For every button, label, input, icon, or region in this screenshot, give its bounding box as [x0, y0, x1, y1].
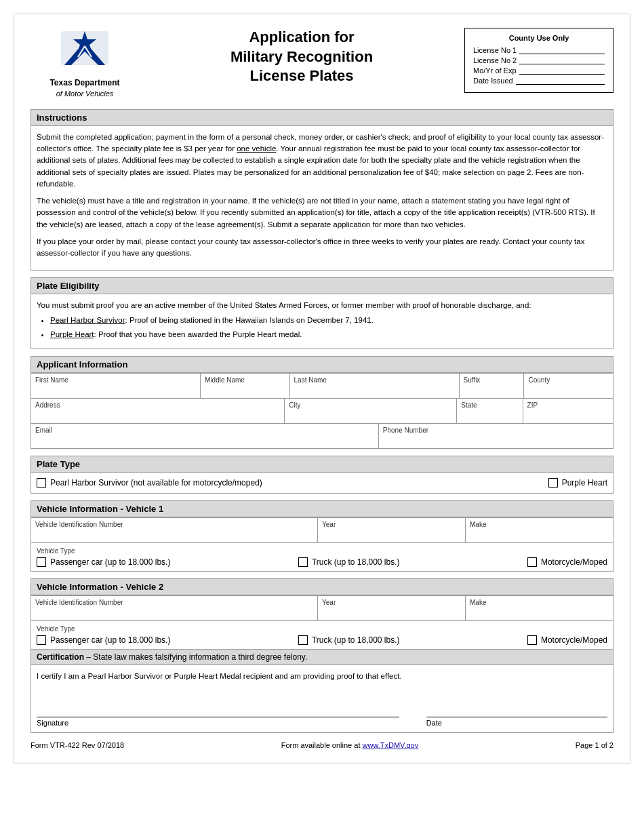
- txdmv-link[interactable]: www.TxDMV.gov: [363, 741, 419, 749]
- instructions-para3: If you place your order by mail, please …: [37, 236, 607, 260]
- license-no-2-field: License No 2: [473, 56, 605, 64]
- vehicle2-motorcycle[interactable]: Motorcycle/Moped: [527, 635, 607, 645]
- instructions-content: Submit the completed application; paymen…: [31, 126, 613, 271]
- suffix-label: Suffix: [464, 376, 520, 384]
- plate-type-header: Plate Type: [31, 456, 613, 473]
- vehicle2-truck[interactable]: Truck (up to 18,000 lbs.): [298, 635, 400, 645]
- county-box-title: County Use Only: [473, 34, 605, 42]
- vehicle2-make-label: Make: [470, 599, 609, 606]
- instructions-para2: The vehicle(s) must have a title and reg…: [37, 195, 607, 231]
- purple-heart-checkbox[interactable]: [548, 478, 558, 488]
- v1-passenger-checkbox[interactable]: [37, 557, 46, 567]
- page-container: Texas Department of Motor Vehicles Appli…: [14, 14, 630, 763]
- pearl-harbor-checkbox[interactable]: [37, 478, 46, 488]
- purple-heart-label: Purple Heart: [50, 330, 94, 338]
- vehicle2-passenger-car[interactable]: Passenger car (up to 18,000 lbs.): [37, 635, 170, 645]
- eligibility-item-purple-heart: Purple Heart: Proof that you have been a…: [50, 329, 607, 340]
- instructions-section: Instructions Submit the completed applic…: [31, 109, 613, 271]
- signature-label: Signature: [37, 719, 399, 727]
- title-area: Application for Military Recognition Lic…: [139, 28, 464, 86]
- date-field: Date: [426, 704, 607, 727]
- last-name-label: Last Name: [294, 376, 455, 384]
- vehicle1-truck[interactable]: Truck (up to 18,000 lbs.): [298, 557, 400, 567]
- license-no-1-field: License No 1: [473, 46, 605, 54]
- vehicle2-type-label: Vehicle Type: [37, 625, 607, 633]
- instructions-header: Instructions: [31, 110, 613, 126]
- applicant-row1: First Name Middle Name Last Name Suffix …: [31, 373, 613, 398]
- first-name-label: First Name: [35, 376, 196, 384]
- vehicle1-year-label: Year: [322, 521, 461, 528]
- cert-rest: – State law makes falsifying information…: [84, 652, 307, 662]
- logo-area: Texas Department of Motor Vehicles: [31, 28, 139, 98]
- form-number: Form VTR-422 Rev 07/2018: [31, 741, 124, 749]
- v2-passenger-checkbox[interactable]: [37, 635, 46, 645]
- vehicle1-motorcycle[interactable]: Motorcycle/Moped: [527, 557, 607, 567]
- vehicle1-vin-cell: Vehicle Identification Number: [31, 518, 318, 542]
- pearl-harbor-label: Pearl Harbor Survivor: [50, 316, 125, 324]
- v1-truck-checkbox[interactable]: [298, 557, 308, 567]
- vehicle1-type-label: Vehicle Type: [37, 547, 607, 555]
- last-name-cell: Last Name: [290, 374, 460, 398]
- v1-passenger-label: Passenger car (up to 18,000 lbs.): [50, 557, 170, 567]
- vehicle1-section: Vehicle Information - Vehicle 1 Vehicle …: [31, 500, 613, 572]
- vehicle1-passenger-car[interactable]: Passenger car (up to 18,000 lbs.): [37, 557, 170, 567]
- county-label: County: [528, 376, 609, 384]
- vehicle2-section: Vehicle Information - Vehicle 2 Vehicle …: [31, 578, 613, 733]
- v2-motorcycle-checkbox[interactable]: [527, 635, 537, 645]
- vehicle2-make-cell: Make: [466, 596, 613, 620]
- txdmv-logo: [58, 28, 112, 75]
- plate-eligibility-header: Plate Eligibility: [31, 278, 613, 294]
- form-title: Application for Military Recognition Lic…: [153, 28, 451, 86]
- applicant-info-section: Applicant Information First Name Middle …: [31, 356, 613, 449]
- vehicle1-vin-label: Vehicle Identification Number: [35, 521, 313, 528]
- applicant-row2: Address City State ZIP: [31, 398, 613, 423]
- vehicle2-year-label: Year: [322, 599, 461, 606]
- plate-type-pearl-harbor[interactable]: Pearl Harbor Survivor (not available for…: [37, 478, 262, 488]
- vehicle1-header: Vehicle Information - Vehicle 1: [31, 501, 613, 517]
- v2-truck-checkbox[interactable]: [298, 635, 308, 645]
- phone-cell: Phone Number: [379, 424, 613, 448]
- city-cell: City: [285, 399, 457, 423]
- page-footer: Form VTR-422 Rev 07/2018 Form available …: [31, 741, 613, 749]
- vehicle1-type-row: Vehicle Type Passenger car (up to 18,000…: [31, 542, 613, 571]
- v2-motorcycle-label: Motorcycle/Moped: [541, 635, 607, 645]
- vehicle1-make-label: Make: [470, 521, 609, 528]
- vehicle2-vin-label: Vehicle Identification Number: [35, 599, 313, 606]
- page-number: Page 1 of 2: [576, 741, 613, 749]
- plate-type-section: Plate Type Pearl Harbor Survivor (not av…: [31, 456, 613, 494]
- vehicle2-type-row: Vehicle Type Passenger car (up to 18,000…: [31, 620, 613, 649]
- v2-truck-label: Truck (up to 18,000 lbs.): [312, 635, 400, 645]
- applicant-info-header: Applicant Information: [31, 357, 613, 373]
- footer-center: Form available online at www.TxDMV.gov: [281, 741, 419, 749]
- certification-text: I certify I am a Pearl Harbor Survivor o…: [31, 665, 613, 688]
- first-name-cell: First Name: [31, 374, 201, 398]
- zip-label: ZIP: [527, 401, 609, 409]
- cert-bold: Certification: [37, 652, 84, 662]
- mo-yr-exp-field: Mo/Yr of Exp: [473, 66, 605, 75]
- eligibility-intro: You must submit proof you are an active …: [37, 300, 607, 311]
- vehicle1-type-options: Passenger car (up to 18,000 lbs.) Truck …: [37, 557, 607, 567]
- vehicle1-vin-row: Vehicle Identification Number Year Make: [31, 517, 613, 542]
- phone-label: Phone Number: [383, 426, 609, 434]
- middle-name-cell: Middle Name: [201, 374, 290, 398]
- underline-one-vehicle: one vehicle: [237, 144, 276, 153]
- plate-eligibility-content: You must submit proof you are an active …: [31, 294, 613, 349]
- city-label: City: [289, 401, 452, 409]
- middle-name-label: Middle Name: [205, 376, 285, 384]
- certification-header-row: Certification – State law makes falsifyi…: [31, 649, 613, 665]
- address-cell: Address: [31, 399, 285, 423]
- pearl-harbor-option-label: Pearl Harbor Survivor (not available for…: [50, 478, 262, 488]
- date-issued-field: Date Issued: [473, 77, 605, 85]
- v1-motorcycle-checkbox[interactable]: [527, 557, 537, 567]
- v2-passenger-label: Passenger car (up to 18,000 lbs.): [50, 635, 170, 645]
- purple-heart-text: : Proof that you have been awarded the P…: [94, 330, 302, 338]
- eligibility-item-pearl-harbor: Pearl Harbor Survivor: Proof of being st…: [50, 315, 607, 326]
- instructions-para1: Submit the completed application; paymen…: [37, 132, 607, 190]
- vehicle2-vin-cell: Vehicle Identification Number: [31, 596, 318, 620]
- email-cell: Email: [31, 424, 379, 448]
- plate-type-purple-heart[interactable]: Purple Heart: [548, 478, 607, 488]
- org-name-line2: of Motor Vehicles: [49, 89, 119, 98]
- email-label: Email: [35, 426, 374, 434]
- vehicle1-make-cell: Make: [466, 518, 613, 542]
- vehicle1-year-cell: Year: [318, 518, 466, 542]
